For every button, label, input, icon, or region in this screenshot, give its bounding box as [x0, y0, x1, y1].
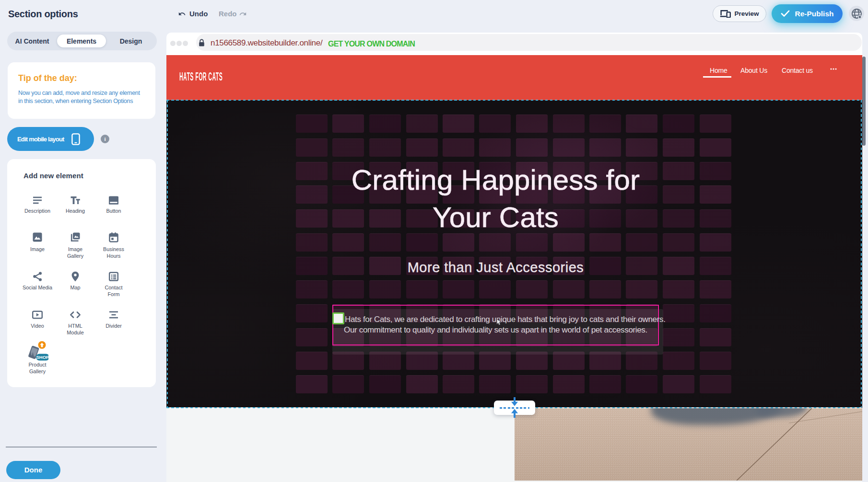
svg-text:SHOP: SHOP — [36, 355, 48, 360]
